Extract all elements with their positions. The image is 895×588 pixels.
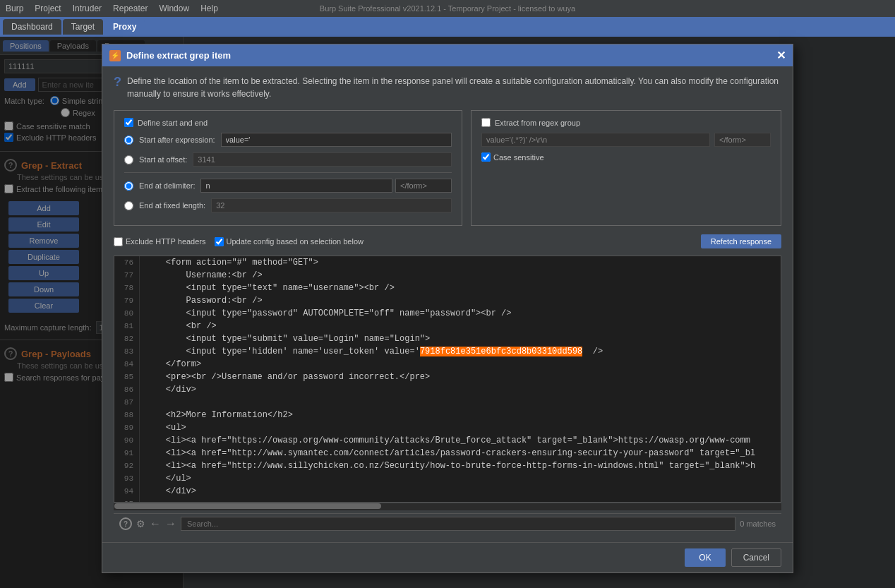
search-settings-button[interactable]: ⚙ xyxy=(136,518,145,529)
line-number: 88 xyxy=(114,409,140,421)
line-number: 87 xyxy=(114,396,140,409)
line-content: </ul> xyxy=(140,472,197,485)
dialog-overlay: ⚡ Define extract grep item ✕ ? Define th… xyxy=(0,37,895,588)
end-fixed-input[interactable] xyxy=(211,198,452,212)
line-number: 95 xyxy=(114,498,140,503)
tab-target[interactable]: Target xyxy=(63,19,103,35)
exclude-http-option-checkbox[interactable] xyxy=(114,237,123,246)
search-help-button[interactable]: ? xyxy=(119,517,132,530)
tab-proxy[interactable]: Proxy xyxy=(104,19,145,35)
line-number: 81 xyxy=(114,320,140,332)
define-start-end-checkbox[interactable] xyxy=(124,118,133,127)
dialog: ⚡ Define extract grep item ✕ ? Define th… xyxy=(102,44,793,573)
tab-dashboard[interactable]: Dashboard xyxy=(3,19,61,35)
extract-regex-checkbox[interactable] xyxy=(481,118,491,127)
line-content: <input type="text" name="username"><br /… xyxy=(140,282,400,294)
regex-input xyxy=(481,133,710,147)
code-line: 84 </form> xyxy=(114,358,781,371)
line-content: <input type='hidden' name='user_token' v… xyxy=(140,345,608,358)
line-content: Password:<br /> xyxy=(140,294,268,307)
start-offset-input[interactable] xyxy=(193,152,452,167)
line-content: <h2>More Information</h2> xyxy=(140,409,299,421)
code-line: 76 <form action="#" method="GET"> xyxy=(114,256,781,269)
exclude-http-option[interactable]: Exclude HTTP headers xyxy=(114,237,206,246)
ok-button[interactable]: OK xyxy=(685,548,725,567)
code-line: 78 <input type="text" name="username"><b… xyxy=(114,282,781,294)
menu-burp[interactable]: Burp xyxy=(6,4,23,13)
code-line: 88 <h2>More Information</h2> xyxy=(114,409,781,421)
info-text: Define the location of the item to be ex… xyxy=(127,75,781,100)
dialog-title-left: ⚡ Define extract grep item xyxy=(109,50,231,61)
define-start-end-title: Define start and end xyxy=(124,118,452,127)
end-delimiter-row: End at delimiter: xyxy=(124,179,452,193)
menu-repeater[interactable]: Repeater xyxy=(113,4,148,13)
info-row: ? Define the location of the item to be … xyxy=(114,75,781,100)
regex-suffix xyxy=(714,133,771,147)
code-line: 86 </div> xyxy=(114,383,781,396)
line-number: 92 xyxy=(114,460,140,472)
end-delimiter-radio[interactable] xyxy=(124,181,133,191)
line-content: </div> xyxy=(140,485,202,498)
code-line: 94 </div> xyxy=(114,485,781,498)
line-number: 79 xyxy=(114,294,140,307)
update-config-option[interactable]: Update config based on selection below xyxy=(215,237,364,246)
case-sensitive-row[interactable]: Case sensitive xyxy=(481,152,771,162)
line-number: 76 xyxy=(114,256,140,269)
end-fixed-radio[interactable] xyxy=(124,201,133,210)
start-after-input[interactable] xyxy=(221,133,452,147)
prev-result-button[interactable]: ← xyxy=(150,517,161,530)
line-content: <li><a href="https://owasp.org/www-commu… xyxy=(140,434,756,447)
cancel-button[interactable]: Cancel xyxy=(731,548,781,567)
line-content xyxy=(140,396,151,409)
horizontal-scrollbar[interactable] xyxy=(114,503,781,510)
line-number: 82 xyxy=(114,332,140,345)
line-number: 77 xyxy=(114,269,140,282)
menu-help[interactable]: Help xyxy=(200,4,218,13)
line-number: 90 xyxy=(114,434,140,447)
code-line: 79 Password:<br /> xyxy=(114,294,781,307)
start-after-label: Start after expression: xyxy=(139,136,215,144)
line-number: 84 xyxy=(114,358,140,371)
menu-project[interactable]: Project xyxy=(35,4,61,13)
menu-intruder[interactable]: Intruder xyxy=(73,4,102,13)
start-offset-radio[interactable] xyxy=(124,155,133,164)
search-bar: ? ⚙ ← → 0 matches xyxy=(114,513,781,534)
start-after-row: Start after expression: xyxy=(124,133,452,147)
dialog-title-bar: ⚡ Define extract grep item ✕ xyxy=(102,44,793,66)
next-result-button[interactable]: → xyxy=(165,517,176,530)
dialog-icon: ⚡ xyxy=(109,50,121,61)
refetch-response-button[interactable]: Refetch response xyxy=(701,234,781,248)
code-view[interactable]: 76 <form action="#" method="GET">77 User… xyxy=(114,256,781,503)
end-delimiter-suffix xyxy=(395,179,452,193)
config-row: Define start and end Start after express… xyxy=(114,110,781,226)
update-config-checkbox[interactable] xyxy=(215,237,224,246)
dialog-close-button[interactable]: ✕ xyxy=(776,49,786,62)
code-line: 80 <input type="password" AUTOCOMPLETE="… xyxy=(114,307,781,320)
end-delimiter-inputs xyxy=(200,179,452,193)
code-line: 81 <br /> xyxy=(114,320,781,332)
code-line: 89 <ul> xyxy=(114,421,781,434)
code-line: 90 <li><a href="https://owasp.org/www-co… xyxy=(114,434,781,447)
case-sensitive-checkbox-regex[interactable] xyxy=(481,152,491,162)
start-after-radio[interactable] xyxy=(124,136,133,145)
line-number: 83 xyxy=(114,345,140,358)
search-input[interactable] xyxy=(181,517,735,531)
line-content: <br /> xyxy=(140,320,222,332)
line-content: Username:<br /> xyxy=(140,269,268,282)
menu-window[interactable]: Window xyxy=(159,4,189,13)
dialog-title: Define extract grep item xyxy=(126,50,231,61)
scrollbar-thumb xyxy=(114,503,381,509)
code-line: 95 xyxy=(114,498,781,503)
line-number: 94 xyxy=(114,485,140,498)
extract-regex-title: Extract from regex group xyxy=(481,118,771,127)
end-fixed-row: End at fixed length: xyxy=(124,198,452,212)
main-layout: Positions Payloads Resource Add Match ty… xyxy=(0,37,895,588)
end-delimiter-input[interactable] xyxy=(200,179,392,193)
menu-bar: Burp Project Intruder Repeater Window He… xyxy=(0,0,895,17)
options-left: Exclude HTTP headers Update config based… xyxy=(114,237,364,246)
line-content: <li><a href="http://www.symantec.com/con… xyxy=(140,447,761,460)
code-line: 82 <input type="submit" value="Login" na… xyxy=(114,332,781,345)
line-number: 80 xyxy=(114,307,140,320)
start-offset-row: Start at offset: xyxy=(124,152,452,167)
line-number: 89 xyxy=(114,421,140,434)
